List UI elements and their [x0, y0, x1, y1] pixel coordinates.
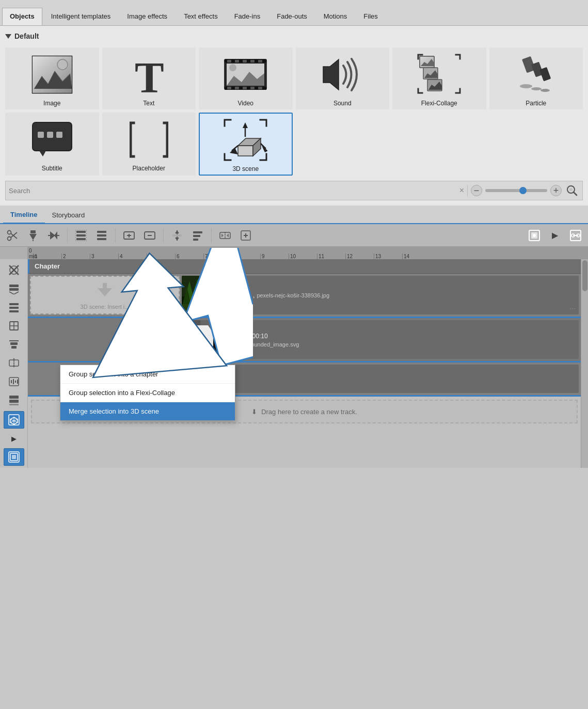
- search-clear-icon[interactable]: ×: [459, 186, 464, 195]
- scrollbar-thumb[interactable]: [582, 260, 587, 291]
- object-3d-scene[interactable]: 3D scene: [199, 113, 293, 176]
- tab-image-effects[interactable]: Image effects: [119, 8, 175, 25]
- insert-drop-area[interactable]: 3D scene: Insert i...: [30, 276, 180, 314]
- vertical-scrollbar[interactable]: [581, 259, 588, 468]
- svg-marker-123: [98, 288, 112, 296]
- split-btn[interactable]: [44, 227, 63, 244]
- object-flexi-collage[interactable]: Flexi-Collage: [392, 48, 486, 109]
- play-btn[interactable]: ▶: [546, 227, 564, 244]
- sidebar-align2-btn[interactable]: [4, 336, 24, 353]
- context-menu-item-group-chapter[interactable]: Group selection into a chapter: [60, 365, 235, 384]
- tab-motions[interactable]: Motions: [316, 8, 355, 25]
- tab-fade-ins[interactable]: Fade-ins: [227, 8, 268, 25]
- svg-line-49: [11, 232, 17, 238]
- sidebar-audio-btn[interactable]: [4, 373, 24, 390]
- sidebar-stack-btn[interactable]: [4, 391, 24, 409]
- svg-rect-51: [30, 230, 36, 233]
- svg-rect-12: [227, 87, 231, 89]
- svg-marker-35: [238, 146, 253, 156]
- timeline-body: ▶ Chapter: [0, 259, 588, 468]
- track-clip-1[interactable]: ↺ 00:10, pexels-nejc-košir-338936.jpg ⋯: [182, 276, 579, 314]
- track-row-2: ↺ fx ↺ 00:10 5 angles rounded_image.svg: [28, 318, 581, 363]
- ungroup-layers-btn[interactable]: [92, 227, 111, 244]
- zoom-minus-btn[interactable]: −: [471, 185, 482, 196]
- ruler-left-spacer: [0, 247, 28, 259]
- remove-track-btn[interactable]: [140, 227, 159, 244]
- tab-storyboard[interactable]: Storyboard: [45, 208, 92, 224]
- track-clip-3[interactable]: T fx 00:10, Text: [180, 365, 579, 393]
- sidebar-play-btn[interactable]: ▶: [4, 430, 24, 447]
- object-image[interactable]: Image: [5, 48, 99, 109]
- sidebar-mute-btn[interactable]: [4, 261, 24, 279]
- cut-tool-btn[interactable]: [3, 227, 22, 244]
- svg-point-29: [541, 89, 550, 92]
- clip-time-3: T fx 00:10, Text: [185, 374, 574, 383]
- layers-icon: [8, 283, 20, 294]
- video-icon: [223, 51, 269, 98]
- object-sound-label: Sound: [333, 100, 352, 107]
- snap-icon: [171, 230, 183, 241]
- timeline-ruler: 0 min 1 2 3 4 5 6 7 8 9 10 11 12 13 14: [28, 247, 588, 259]
- chapter-label: Chapter: [35, 262, 60, 270]
- search-input[interactable]: [9, 187, 456, 195]
- sidebar-fit-btn[interactable]: [4, 317, 24, 335]
- svg-point-48: [8, 230, 11, 234]
- ruler-mark-14: 14: [402, 254, 431, 259]
- sidebar-tracks-btn[interactable]: [4, 298, 24, 316]
- search-icon-btn[interactable]: [565, 183, 579, 198]
- ruler-marks: 0 min 1 2 3 4 5 6 7 8 9 10 11 12 13 14: [28, 247, 431, 259]
- add-track-icon: [123, 230, 135, 241]
- svg-point-86: [533, 234, 536, 237]
- svg-text:T: T: [135, 55, 164, 94]
- remove-track-icon: [144, 230, 155, 241]
- snap-btn[interactable]: [168, 227, 186, 244]
- object-text[interactable]: T Text: [102, 48, 196, 109]
- svg-rect-75: [193, 235, 200, 237]
- ruler-mark-7: 7: [203, 254, 232, 259]
- track-clip-2[interactable]: ↺ fx ↺ 00:10 5 angles rounded_image.svg: [180, 320, 579, 359]
- zoom-slider[interactable]: [485, 189, 547, 192]
- tab-files[interactable]: Files: [356, 8, 385, 25]
- sidebar-link2-btn[interactable]: [4, 448, 24, 466]
- object-particle[interactable]: Particle: [489, 48, 583, 109]
- ruler-mark-13: 13: [374, 254, 402, 259]
- tab-intelligent-templates[interactable]: Intelligent templates: [43, 8, 119, 25]
- context-menu-item-merge-3d[interactable]: Merge selection into 3D scene: [60, 402, 235, 420]
- tab-timeline[interactable]: Timeline: [3, 208, 45, 224]
- add-track-btn[interactable]: [120, 227, 138, 244]
- group-select-btn[interactable]: [525, 227, 544, 244]
- zoom-thumb[interactable]: [519, 187, 527, 194]
- sidebar-split2-btn[interactable]: [4, 354, 24, 372]
- object-subtitle[interactable]: Subtitle: [5, 113, 99, 176]
- clip-thumbnail-1: [182, 276, 223, 314]
- timeline-toolbar: ▶: [0, 224, 588, 247]
- toolbar-divider-2: [115, 228, 116, 243]
- object-text-label: Text: [143, 100, 154, 107]
- sidebar-layers-btn[interactable]: [4, 280, 24, 297]
- ruler-mark-9: 9: [260, 254, 289, 259]
- object-sound[interactable]: Sound: [296, 48, 390, 109]
- zoom-plus-btn[interactable]: +: [550, 185, 562, 196]
- sidebar-3d-btn[interactable]: [4, 411, 24, 429]
- pin-btn[interactable]: [24, 227, 42, 244]
- align-btn[interactable]: [188, 227, 207, 244]
- context-menu-item-group-flexi[interactable]: Group selection into a Flexi-Collage: [60, 384, 235, 402]
- collapse-icon[interactable]: [5, 34, 11, 39]
- object-placeholder[interactable]: Placeholder: [102, 113, 196, 176]
- clip-time-icon: ↺: [228, 292, 233, 299]
- ruler-mark-5: 5: [147, 254, 175, 259]
- context-menu: Group selection into a chapter Group sel…: [60, 365, 235, 421]
- link-btn[interactable]: [566, 227, 585, 244]
- zoom-fit-btn[interactable]: [236, 227, 255, 244]
- svg-rect-7: [227, 60, 231, 62]
- group-layers-btn[interactable]: [72, 227, 90, 244]
- object-video[interactable]: Video: [199, 48, 293, 109]
- transition-btn[interactable]: [216, 227, 234, 244]
- object-grid: Image T Text: [5, 48, 583, 176]
- tab-objects[interactable]: Objects: [2, 8, 42, 25]
- tab-text-effects[interactable]: Text effects: [176, 8, 226, 25]
- tab-fade-outs[interactable]: Fade-outs: [269, 8, 315, 25]
- object-subtitle-label: Subtitle: [42, 165, 62, 172]
- clip-icon-wave: ↺: [226, 332, 232, 340]
- clip-time-2: ↺ fx ↺ 00:10: [226, 332, 574, 340]
